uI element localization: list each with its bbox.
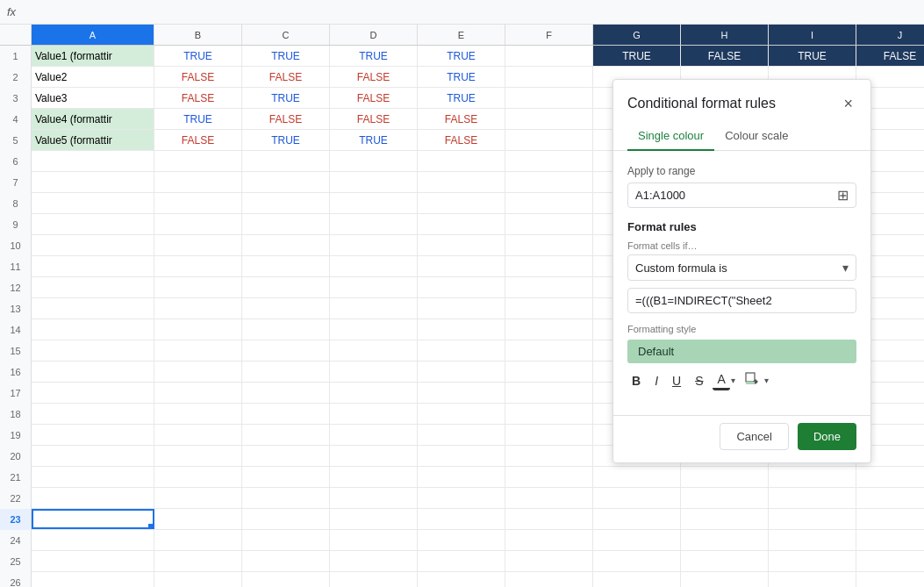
cell-d3[interactable]: FALSE [330,88,418,108]
text-color-button[interactable]: A [713,370,729,390]
cell-e5[interactable]: FALSE [418,130,505,150]
cell-a13[interactable] [32,298,154,319]
cancel-button[interactable]: Cancel [720,423,788,450]
cell-d11[interactable] [330,256,418,276]
cell-f17[interactable] [505,383,593,403]
cell-f9[interactable] [505,214,593,234]
cell-f10[interactable] [505,235,593,255]
cell-e25[interactable] [418,551,505,571]
cell-e4[interactable]: FALSE [418,109,505,129]
cell-c13[interactable] [242,298,330,319]
cell-i1[interactable]: TRUE [769,46,856,66]
cell-e11[interactable] [418,256,505,276]
cell-d7[interactable] [330,172,418,192]
cell-f24[interactable] [505,530,593,550]
cell-c3[interactable]: TRUE [242,88,330,108]
cell-b21[interactable] [154,467,242,487]
cell-h24[interactable] [681,530,769,550]
cell-f6[interactable] [505,151,593,171]
cell-b5[interactable]: FALSE [154,130,242,150]
bold-button[interactable]: B [627,372,645,390]
text-color-button-group[interactable]: A ▾ [713,370,734,390]
cell-c18[interactable] [242,404,330,424]
format-condition-dropdown[interactable]: Custom formula is ▾ [627,254,856,281]
cell-j21[interactable] [856,467,924,487]
cell-f16[interactable] [505,362,593,382]
cell-h23[interactable] [681,509,769,529]
fill-color-dropdown-arrow[interactable]: ▾ [764,376,769,385]
col-header-d[interactable]: D [330,25,418,45]
cell-f23[interactable] [505,509,593,529]
cell-b7[interactable] [154,172,242,192]
cell-b22[interactable] [154,488,242,508]
cell-c4[interactable]: FALSE [242,109,330,129]
formula-input[interactable] [627,288,856,313]
cell-b9[interactable] [154,214,242,234]
cell-c20[interactable] [242,446,330,466]
cell-a11[interactable] [32,256,154,276]
cell-d9[interactable] [330,214,418,234]
cell-c25[interactable] [242,551,330,571]
cell-c6[interactable] [242,151,330,171]
cell-g26[interactable] [593,572,681,587]
range-input-row[interactable]: ⊞ [627,183,856,208]
cell-a3[interactable]: Value3 [32,88,154,108]
cell-f25[interactable] [505,551,593,571]
cell-d18[interactable] [330,404,418,424]
cell-e14[interactable] [418,319,505,340]
cell-d12[interactable] [330,277,418,297]
cell-a9[interactable] [32,214,154,234]
cell-b17[interactable] [154,383,242,403]
cell-a16[interactable] [32,362,154,382]
tab-single-colour[interactable]: Single colour [627,122,714,151]
cell-i25[interactable] [769,551,856,571]
cell-h22[interactable] [681,488,769,508]
cell-d20[interactable] [330,446,418,466]
cell-c11[interactable] [242,256,330,276]
cell-b8[interactable] [154,193,242,213]
cell-e20[interactable] [418,446,505,466]
cell-b1[interactable]: TRUE [154,46,242,66]
cell-d24[interactable] [330,530,418,550]
cell-d8[interactable] [330,193,418,213]
cell-a17[interactable] [32,383,154,403]
cell-c10[interactable] [242,235,330,255]
cell-a2[interactable]: Value2 [32,67,154,87]
col-header-h[interactable]: H [681,25,769,45]
cell-i24[interactable] [769,530,856,550]
cell-b11[interactable] [154,256,242,276]
cell-e10[interactable] [418,235,505,255]
cell-c7[interactable] [242,172,330,192]
cell-d25[interactable] [330,551,418,571]
cell-b24[interactable] [154,530,242,550]
cell-f22[interactable] [505,488,593,508]
cell-c19[interactable] [242,425,330,445]
cell-f13[interactable] [505,298,593,319]
cell-j24[interactable] [856,530,924,550]
cell-a23[interactable] [32,509,154,529]
cell-f26[interactable] [505,572,593,587]
cell-c23[interactable] [242,509,330,529]
grid-select-icon[interactable]: ⊞ [837,187,849,204]
cell-h26[interactable] [681,572,769,587]
cell-c24[interactable] [242,530,330,550]
cell-e24[interactable] [418,530,505,550]
cell-f14[interactable] [505,319,593,340]
cell-e13[interactable] [418,298,505,319]
cell-c21[interactable] [242,467,330,487]
col-header-c[interactable]: C [242,25,330,45]
cell-i26[interactable] [769,572,856,587]
panel-close-button[interactable]: × [840,94,856,113]
cell-d17[interactable] [330,383,418,403]
cell-j22[interactable] [856,488,924,508]
italic-button[interactable]: I [650,372,663,390]
cell-a8[interactable] [32,193,154,213]
cell-d14[interactable] [330,319,418,340]
cell-c15[interactable] [242,340,330,361]
cell-e22[interactable] [418,488,505,508]
cell-e9[interactable] [418,214,505,234]
underline-button[interactable]: U [668,372,685,390]
cell-a15[interactable] [32,340,154,361]
cell-b14[interactable] [154,319,242,340]
cell-c12[interactable] [242,277,330,297]
